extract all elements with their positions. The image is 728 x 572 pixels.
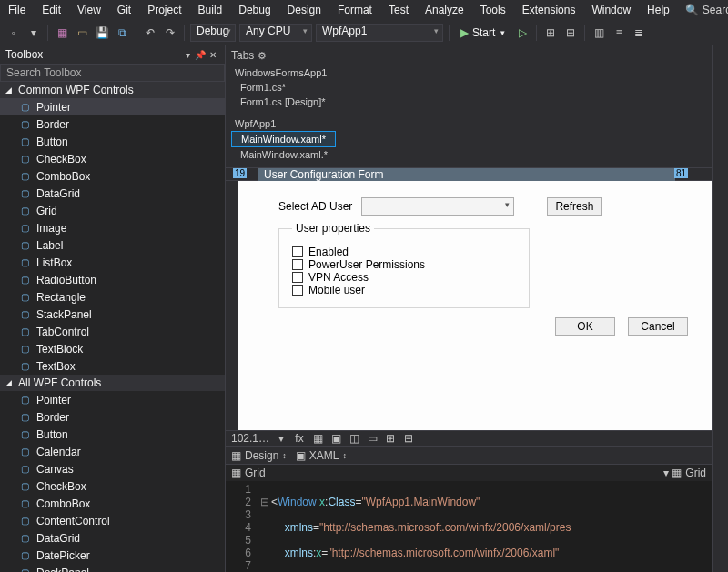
menu-view[interactable]: View [71,2,107,18]
save-icon[interactable]: 💾 [94,25,110,41]
redo-icon[interactable]: ↷ [162,25,178,41]
toolbox-search-input[interactable]: Search Toolbox [0,64,225,82]
toolbox-item[interactable]: ▢DockPanel [0,564,225,572]
toolbox-item[interactable]: ▢DataGrid [0,529,225,547]
xaml-editor[interactable]: 12345678 ⊟<Window x:Class="WpfApp1.MainW… [226,481,712,572]
tab-file[interactable]: Form1.cs* [231,80,706,95]
menu-debug[interactable]: Debug [232,2,277,18]
checkbox-row[interactable]: Enabled [292,246,516,258]
undo-icon[interactable]: ↶ [142,25,158,41]
menu-help[interactable]: Help [641,2,676,18]
toolbox-item[interactable]: ▢Calendar [0,443,225,460]
menu-analyze[interactable]: Analyze [419,2,470,18]
toolbox-item[interactable]: ▢ComboBox [0,167,225,185]
grid-left-combo[interactable]: ▦ Grid [231,467,266,479]
zoom-icon-2[interactable]: ▣ [329,432,342,445]
menu-tools[interactable]: Tools [474,2,512,18]
tab-group[interactable]: WpfApp1 [231,116,706,131]
menu-file[interactable]: File [2,2,32,18]
toolbox-item[interactable]: ▢TabControl [0,323,225,340]
code-area[interactable]: ⊟<Window x:Class="WpfApp1.MainWindow" xm… [257,481,712,572]
toolbox-item[interactable]: ▢Button [0,133,225,150]
toolbox-item[interactable]: ▢ContentControl [0,512,225,529]
pin-icon[interactable]: 📌 [194,50,207,60]
checkbox-row[interactable]: Mobile user [292,284,516,296]
toolbox-group[interactable]: ◢All WPF Controls [0,375,225,391]
align-icon-2[interactable]: ≡ [611,25,627,41]
zoom-icon-5[interactable]: ⊞ [384,432,397,445]
zoom-icon-3[interactable]: ◫ [348,432,360,445]
start-button[interactable]: ▶Start▾ [455,26,511,39]
toolbox-item[interactable]: ▢StackPanel [0,306,225,323]
startup-combo[interactable]: WpfApp1 [316,24,443,42]
toolbox-item[interactable]: ▢Pointer [0,391,225,408]
start-nodebug-icon[interactable]: ▷ [514,25,531,41]
zoom-dropdown-icon[interactable]: ▾ [275,432,288,445]
checkbox-row[interactable]: VPN Access [292,271,516,284]
menu-format[interactable]: Format [331,2,379,18]
ok-button[interactable]: OK [555,317,615,336]
toolbox-group[interactable]: ◢Common WPF Controls [0,82,225,98]
align-icon-3[interactable]: ≣ [631,25,647,41]
toolbox-item[interactable]: ▢Border [0,115,225,133]
search-box[interactable]: 🔍 Search ▾ [685,4,728,16]
menu-project[interactable]: Project [141,2,187,18]
menu-git[interactable]: Git [111,2,137,18]
toolbox-item[interactable]: ▢RadioButton [0,271,225,288]
misc-icon-1[interactable]: ⊞ [542,25,559,41]
toolbox-item[interactable]: ▢Label [0,236,225,254]
design-tab[interactable]: ▦Design↕ [231,449,287,462]
tab-group[interactable]: WindowsFormsApp1 [231,65,706,80]
fx-icon[interactable]: fx [293,432,306,445]
toolbox-item[interactable]: ▢Image [0,219,225,236]
toolbox-item[interactable]: ▢TextBox [0,357,225,375]
tab-file[interactable]: MainWindow.xaml* [231,131,336,147]
cancel-button[interactable]: Cancel [628,317,688,336]
open-icon[interactable]: ▭ [74,25,90,41]
new-project-icon[interactable]: ▦ [54,25,70,41]
toolbox-item[interactable]: ▢CheckBox [0,477,225,495]
toolbox-item[interactable]: ▢Button [0,426,225,443]
zoom-icon-1[interactable]: ▦ [311,432,324,445]
tab-file[interactable]: Form1.cs [Design]* [231,95,706,109]
toolbox-item[interactable]: ▢Canvas [0,460,225,477]
checkbox-row[interactable]: PowerUser Permissions [292,258,516,271]
tab-file[interactable]: MainWindow.xaml.* [231,147,706,162]
toolbox-item[interactable]: ▢Pointer [0,98,225,115]
toolbox-item[interactable]: ▢Border [0,408,225,426]
zoom-icon-6[interactable]: ⊟ [402,432,415,445]
misc-icon-2[interactable]: ⊟ [562,25,579,41]
grid-right-combo[interactable]: ▾ ▦ Grid [663,467,706,479]
dropdown-icon[interactable]: ▾ [181,50,194,60]
right-panel-track[interactable] [712,45,728,572]
form-canvas[interactable]: Select AD User Refresh User properties E… [238,181,712,430]
align-icon-1[interactable]: ▥ [591,25,607,41]
select-user-combo[interactable] [361,197,514,216]
refresh-button[interactable]: Refresh [547,197,602,216]
xaml-tab[interactable]: ▣XAML↕ [296,449,347,462]
toolbox-item[interactable]: ▢Rectangle [0,288,225,306]
toolbox-item[interactable]: ▢Grid [0,202,225,219]
zoom-icon-4[interactable]: ▭ [366,432,379,445]
toolbox-item[interactable]: ▢DataGrid [0,185,225,202]
nav-back-button[interactable]: ◦ [5,25,22,41]
toolbox-item[interactable]: ▢TextBlock [0,340,225,357]
menu-design[interactable]: Design [281,2,328,18]
zoom-value[interactable]: 102.1… [231,432,269,445]
menu-build[interactable]: Build [192,2,229,18]
toolbox-item[interactable]: ▢DatePicker [0,547,225,564]
platform-combo[interactable]: Any CPU [239,24,312,42]
menu-window[interactable]: Window [585,2,637,18]
save-all-icon[interactable]: ⧉ [114,25,130,41]
menu-edit[interactable]: Edit [35,2,67,18]
toolbox-item[interactable]: ▢ListBox [0,254,225,271]
toolbox-item[interactable]: ▢CheckBox [0,150,225,167]
config-combo[interactable]: Debug [190,24,236,42]
designer-surface[interactable]: 19 User Configuration Form 81 Select AD … [226,168,712,430]
toolbox-item[interactable]: ▢ComboBox [0,495,225,512]
menu-extensions[interactable]: Extensions [516,2,582,18]
close-icon[interactable]: ✕ [207,50,219,60]
menu-test[interactable]: Test [382,2,415,18]
nav-fwd-button[interactable]: ▾ [25,25,42,41]
gear-icon[interactable]: ⚙ [258,50,267,62]
